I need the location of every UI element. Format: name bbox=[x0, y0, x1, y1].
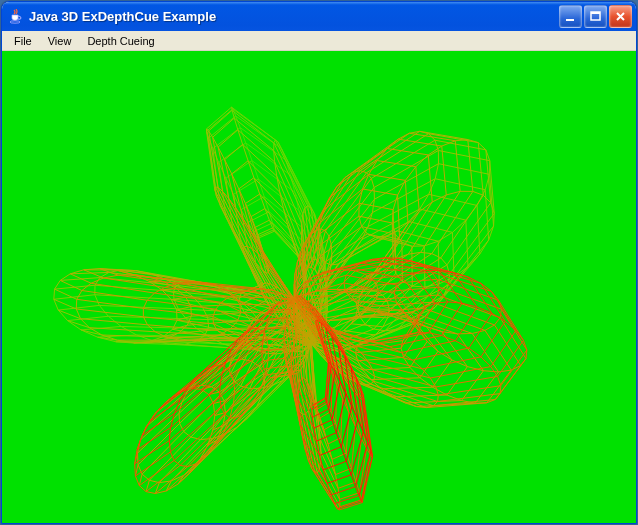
scene-canvas[interactable] bbox=[2, 51, 636, 523]
minimize-button[interactable] bbox=[559, 5, 582, 28]
close-button[interactable] bbox=[609, 5, 632, 28]
window-controls bbox=[559, 5, 632, 28]
titlebar[interactable]: Java 3D ExDepthCue Example bbox=[2, 2, 636, 31]
menu-depth-cueing[interactable]: Depth Cueing bbox=[79, 33, 162, 49]
maximize-button[interactable] bbox=[584, 5, 607, 28]
menu-view[interactable]: View bbox=[40, 33, 80, 49]
svg-point-0 bbox=[10, 20, 20, 22]
menubar: File View Depth Cueing bbox=[2, 31, 636, 51]
application-window: Java 3D ExDepthCue Example File View Dep… bbox=[1, 1, 637, 524]
window-title: Java 3D ExDepthCue Example bbox=[29, 9, 559, 24]
svg-rect-3 bbox=[591, 12, 600, 14]
menu-file[interactable]: File bbox=[6, 33, 40, 49]
java3d-viewport[interactable] bbox=[2, 51, 636, 523]
java-cup-icon bbox=[8, 9, 24, 25]
svg-rect-1 bbox=[566, 19, 574, 21]
svg-rect-2 bbox=[591, 12, 600, 20]
